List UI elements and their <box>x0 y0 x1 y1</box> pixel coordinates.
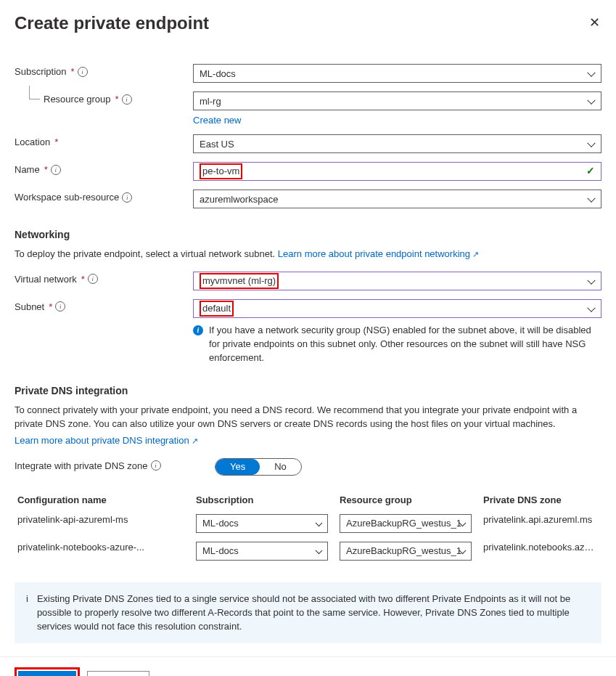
sub-resource-select[interactable]: azuremlworkspace <box>193 190 601 208</box>
toggle-no[interactable]: No <box>260 459 301 475</box>
subscription-select[interactable]: ML-docs <box>193 64 601 83</box>
dns-heading: Private DNS integration <box>15 385 601 396</box>
subnet-label: Subnet <box>15 301 44 312</box>
info-bullet-icon: i <box>26 592 28 634</box>
table-row: privatelink-notebooks-azure-... ML-docs … <box>15 537 601 565</box>
location-value: East US <box>200 139 234 150</box>
resource-group-select[interactable]: ml-rg <box>193 91 601 110</box>
sub-resource-label: Workspace sub-resource <box>15 192 119 203</box>
vnet-label: Virtual network <box>15 274 77 285</box>
dns-callout: i Existing Private DNS Zones tied to a s… <box>15 582 601 644</box>
required-marker: * <box>44 164 48 175</box>
th-zone: Private DNS zone <box>483 494 599 505</box>
create-new-link[interactable]: Create new <box>193 115 241 126</box>
th-config: Configuration name <box>17 494 184 505</box>
resource-group-value: ml-rg <box>200 96 221 107</box>
required-marker: * <box>49 301 52 312</box>
networking-heading: Networking <box>15 229 601 240</box>
required-marker: * <box>71 66 75 77</box>
required-marker: * <box>54 137 58 147</box>
row-subscription-select[interactable]: ML-docs <box>196 514 328 533</box>
name-label: Name <box>15 164 40 175</box>
subnet-select[interactable]: default <box>193 299 601 318</box>
ok-button[interactable]: OK <box>18 671 76 676</box>
subscription-label: Subscription <box>15 66 67 77</box>
page-title: Create private endpoint <box>15 13 209 33</box>
name-value-highlight: pe-to-vm <box>200 163 242 179</box>
dns-toggle-label: Integrate with private DNS zone <box>15 460 148 471</box>
dns-learn-more-link[interactable]: Learn more about private DNS integration <box>15 435 198 446</box>
discard-button[interactable]: Discard <box>87 671 149 676</box>
th-rg: Resource group <box>340 494 472 505</box>
info-icon[interactable]: i <box>55 301 65 311</box>
cell-config: privatelink-api-azureml-ms <box>17 514 184 533</box>
vnet-select[interactable]: myvmvnet (ml-rg) <box>193 272 601 290</box>
info-bullet-icon: i <box>193 325 203 335</box>
location-label: Location <box>15 137 50 147</box>
info-icon[interactable]: i <box>122 192 132 203</box>
info-icon[interactable]: i <box>151 460 161 471</box>
cell-config: privatelink-notebooks-azure-... <box>17 542 184 561</box>
toggle-yes[interactable]: Yes <box>215 459 260 475</box>
info-icon[interactable]: i <box>88 274 98 284</box>
info-icon[interactable]: i <box>51 165 61 175</box>
location-select[interactable]: East US <box>193 134 601 153</box>
row-rg-select[interactable]: AzureBackupRG_westus_1 <box>340 514 472 533</box>
ok-highlight: OK <box>15 667 80 676</box>
sub-resource-value: azuremlworkspace <box>200 194 278 205</box>
dns-desc: To connect privately with your private e… <box>15 404 601 431</box>
vnet-value-highlight: myvmvnet (ml-rg) <box>200 273 279 289</box>
callout-text: Existing Private DNS Zones tied to a sin… <box>37 592 590 634</box>
dns-toggle[interactable]: Yes No <box>215 458 302 476</box>
table-row: privatelink-api-azureml-ms ML-docs Azure… <box>15 510 601 537</box>
networking-desc: To deploy the private endpoint, select a… <box>15 248 278 259</box>
networking-learn-more-link[interactable]: Learn more about private endpoint networ… <box>278 248 479 259</box>
close-icon[interactable]: ✕ <box>588 13 601 32</box>
required-marker: * <box>81 274 85 285</box>
resource-group-label: Resource group <box>44 94 111 105</box>
row-rg-select[interactable]: AzureBackupRG_westus_1 <box>340 542 472 561</box>
row-subscription-select[interactable]: ML-docs <box>196 542 328 561</box>
nsg-note: If you have a network security group (NS… <box>209 324 601 365</box>
required-marker: * <box>115 94 119 105</box>
cell-zone: privatelink.notebooks.azure.n... <box>483 542 599 561</box>
subscription-value: ML-docs <box>200 68 236 79</box>
subnet-value-highlight: default <box>200 301 234 317</box>
th-subscription: Subscription <box>196 494 328 505</box>
name-input[interactable]: pe-to-vm ✓ <box>193 162 601 181</box>
info-icon[interactable]: i <box>122 94 132 105</box>
cell-zone: privatelink.api.azureml.ms <box>483 514 599 533</box>
checkmark-icon: ✓ <box>586 165 595 176</box>
info-icon[interactable]: i <box>78 67 88 77</box>
